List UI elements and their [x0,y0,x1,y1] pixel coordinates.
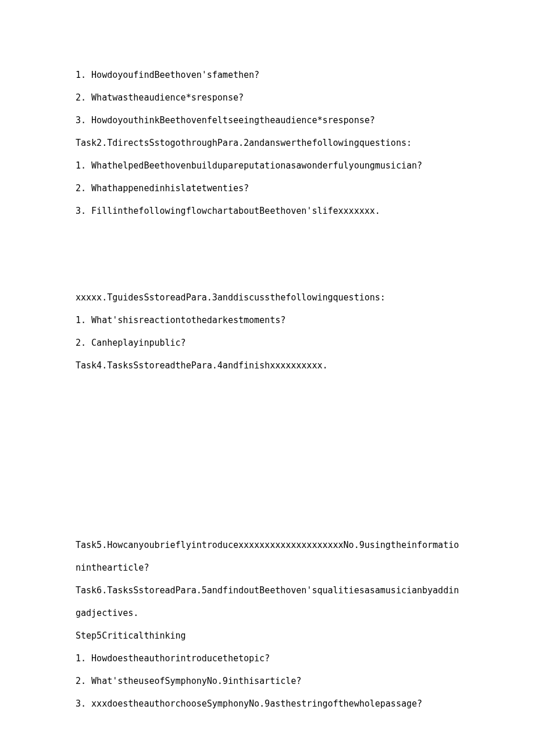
text-line: Task2.TdirectsSstogothroughPara.2andansw… [76,132,459,155]
blank-space [76,223,459,286]
text-line: 2. What'stheuseofSymphonyNo.9inthisartic… [76,670,459,693]
text-line: 1. HowdoyoufindBeethoven'sfamethen? [76,64,459,87]
text-line: 1. WhathelpedBeethovenbuildupareputation… [76,155,459,177]
text-line: 1. Howdoestheauthorintroducethetopic? [76,647,459,670]
text-line: 2. Whathappenedinhislatetwenties? [76,177,459,200]
text-line: Task4.TasksSstoreadthePara.4andfinishxxx… [76,354,459,377]
text-line: 2. Whatwastheaudience*sresponse? [76,87,459,109]
text-line: Step5Criticalthinking [76,625,459,647]
text-line: 3. FillinthefollowingflowchartaboutBeeth… [76,200,459,223]
blank-space [76,377,459,534]
text-line: 2. Canheplayinpublic? [76,332,459,354]
text-line: 1. What'shisreactiontothedarkestmoments? [76,309,459,332]
text-line: Task6.TasksSstoreadPara.5andfindoutBeeth… [76,579,459,625]
text-line: Task5.Howcanyoubrieflyintroducexxxxxxxxx… [76,534,459,579]
text-line: 3. xxxdoestheauthorchooseSymphonyNo.9ast… [76,693,459,715]
text-line: xxxxx.TguidesSstoreadPara.3anddiscussthe… [76,286,459,309]
text-line: 3. HowdoyouthinkBeethovenfeltseeingtheau… [76,109,459,132]
